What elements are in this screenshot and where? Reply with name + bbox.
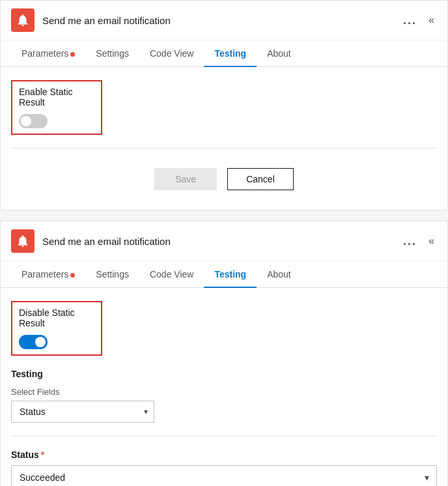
toggle-slider-off <box>19 114 48 128</box>
enable-static-result-toggle[interactable] <box>19 114 48 128</box>
parameters-dot-1 <box>70 52 75 57</box>
card-1-body: Enable Static Result Save Cancel <box>1 67 447 210</box>
card-1-collapse-button[interactable]: « <box>426 13 437 27</box>
tab-2-settings[interactable]: Settings <box>85 261 139 287</box>
divider-2 <box>11 436 437 436</box>
card-2-header-left: Send me an email notification <box>11 229 171 253</box>
card-2-body: Disable Static Result Testing Select Fie… <box>1 288 447 486</box>
action-buttons-1: Save Cancel <box>11 162 437 197</box>
save-button-1[interactable]: Save <box>154 168 217 190</box>
app-icon-2 <box>11 229 35 253</box>
card-1-tab-bar: Parameters Settings Code View Testing Ab… <box>1 40 447 67</box>
card-2-tab-bar: Parameters Settings Code View Testing Ab… <box>1 261 447 288</box>
testing-section: Testing Select Fields Status ▾ <box>11 369 437 423</box>
status-dropdown[interactable]: Succeeded Failed Skipped <box>11 465 437 486</box>
testing-section-title: Testing <box>11 369 437 379</box>
status-section: Status* Succeeded Failed Skipped ▾ <box>11 450 437 486</box>
select-fields-dropdown[interactable]: Status <box>11 401 154 423</box>
card-1-title: Send me an email notification <box>42 15 171 26</box>
select-fields-label: Select Fields <box>11 387 437 397</box>
disable-static-result-toggle[interactable] <box>19 335 48 349</box>
tab-2-about[interactable]: About <box>257 261 301 287</box>
select-fields-wrapper: Status ▾ <box>11 401 154 423</box>
bell-icon <box>16 13 30 27</box>
card-1-ellipsis-button[interactable]: ... <box>400 12 419 29</box>
card-1-header: Send me an email notification ... « <box>1 1 447 40</box>
tab-2-testing[interactable]: Testing <box>204 261 257 287</box>
card-1: Send me an email notification ... « Para… <box>0 0 448 210</box>
card-1-actions: ... « <box>400 12 437 29</box>
tab-2-codeview[interactable]: Code View <box>139 261 204 287</box>
toggle-slider-on <box>19 335 48 349</box>
card-2-header: Send me an email notification ... « <box>1 222 447 261</box>
card-2-title: Send me an email notification <box>42 236 171 247</box>
status-wrapper: Succeeded Failed Skipped ▾ <box>11 465 437 486</box>
card-2-collapse-button[interactable]: « <box>426 234 437 248</box>
disable-static-result-box: Disable Static Result <box>11 301 102 356</box>
card-2-actions: ... « <box>400 233 437 250</box>
divider-1 <box>11 148 437 149</box>
tab-1-about[interactable]: About <box>257 40 301 66</box>
status-label: Status* <box>11 450 437 460</box>
card-1-header-left: Send me an email notification <box>11 8 171 32</box>
tab-2-parameters[interactable]: Parameters <box>11 261 85 287</box>
enable-static-result-label: Enable Static Result <box>19 87 94 107</box>
app-icon-1 <box>11 8 35 32</box>
tab-1-codeview[interactable]: Code View <box>139 40 204 66</box>
tab-1-testing[interactable]: Testing <box>204 40 257 66</box>
cancel-button-1[interactable]: Cancel <box>227 168 294 190</box>
card-2-ellipsis-button[interactable]: ... <box>400 233 419 250</box>
required-star: * <box>41 450 44 460</box>
enable-static-result-box: Enable Static Result <box>11 80 102 135</box>
card-2: Send me an email notification ... « Para… <box>0 221 448 486</box>
disable-static-result-label: Disable Static Result <box>19 307 94 328</box>
bell-icon-2 <box>16 234 30 248</box>
tab-1-parameters[interactable]: Parameters <box>11 40 85 66</box>
tab-1-settings[interactable]: Settings <box>85 40 139 66</box>
parameters-dot-2 <box>70 273 75 278</box>
